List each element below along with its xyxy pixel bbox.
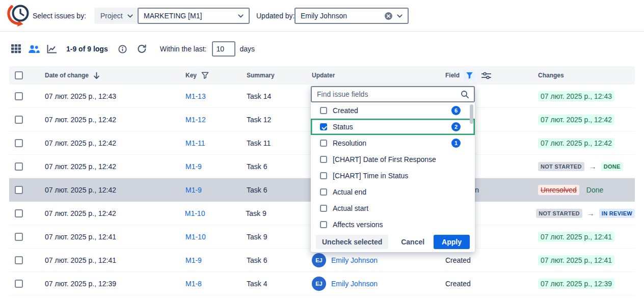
field-option[interactable]: [CHART] Time in Status	[311, 168, 475, 184]
issue-key-link[interactable]: M1-9	[185, 256, 202, 264]
field-option-label: Resolution	[333, 139, 446, 147]
field-option[interactable]: Created 6	[311, 102, 475, 119]
field-option-checkbox[interactable]	[320, 221, 327, 228]
row-summary: Task 6	[247, 162, 312, 171]
row-changes: 07 лют. 2025 р., 12:43	[538, 91, 635, 101]
change-arrow-icon: →	[589, 162, 597, 171]
key-column-header[interactable]: Key	[185, 72, 197, 79]
issue-key-link[interactable]: M1-11	[185, 139, 205, 147]
scrollbar-thumb[interactable]	[470, 104, 473, 124]
cancel-button[interactable]: Cancel	[397, 235, 428, 249]
updater-link[interactable]: Emily Johnson	[331, 280, 378, 288]
refresh-icon[interactable]	[136, 42, 149, 56]
issue-key-link[interactable]: M1-13	[185, 92, 206, 100]
avatar: EJ	[312, 277, 326, 291]
app-root: Select issues by: Project MARKETING [M1]…	[0, 0, 644, 301]
field-option-checkbox[interactable]	[320, 172, 327, 179]
chart-view-icon[interactable]	[45, 42, 58, 56]
table-view-icon[interactable]	[9, 42, 22, 56]
field-option[interactable]: Resolution 1	[311, 135, 475, 151]
field-option-checkbox[interactable]	[320, 107, 327, 114]
field-option[interactable]: Affects versions	[311, 216, 475, 233]
row-checkbox[interactable]	[15, 186, 23, 194]
issue-key-link[interactable]: M1-9	[185, 162, 202, 171]
row-date: 07 лют. 2025 р., 12:42	[45, 209, 185, 217]
row-date: 07 лют. 2025 р., 12:41	[45, 233, 185, 241]
row-checkbox[interactable]	[15, 280, 23, 288]
row-summary: Task 6	[247, 186, 312, 194]
row-changes: 07 лют. 2025 р., 12:41	[538, 232, 635, 242]
issue-key-link[interactable]: M1-10	[185, 209, 205, 217]
column-settings-icon[interactable]	[481, 72, 491, 79]
dropdown-footer: Uncheck selected Cancel Apply	[311, 233, 475, 252]
within-last-label: Within the last:	[160, 45, 207, 53]
field-option[interactable]: Status 2	[311, 119, 475, 135]
field-count-badge: 1	[451, 139, 461, 148]
changes-column-header[interactable]: Changes	[538, 72, 564, 79]
field-option-checkbox[interactable]	[320, 188, 327, 196]
days-input[interactable]	[212, 41, 235, 57]
issue-key-link[interactable]: M1-8	[185, 280, 202, 288]
change-date-value: 07 лют. 2025 р., 12:43	[538, 91, 614, 101]
field-count-badge: 6	[451, 106, 461, 115]
table-row[interactable]: 07 лют. 2025 р., 12:39 M1-8 Task 4 EJ Em…	[9, 272, 635, 295]
field-option-checkbox[interactable]	[320, 123, 327, 130]
clear-icon[interactable]	[384, 12, 393, 20]
row-checkbox[interactable]	[15, 233, 23, 241]
project-select[interactable]: MARKETING [M1]	[138, 8, 250, 24]
issue-key-link[interactable]: M1-9	[185, 186, 202, 194]
app-logo-icon	[7, 3, 30, 30]
select-all-checkbox[interactable]	[15, 71, 23, 79]
key-filter-icon[interactable]	[201, 72, 209, 79]
field-option-label: Actual start	[333, 204, 461, 212]
group-view-icon[interactable]	[27, 42, 40, 56]
summary-column-header[interactable]: Summary	[247, 72, 275, 79]
row-date: 07 лют. 2025 р., 12:43	[45, 92, 185, 100]
row-checkbox[interactable]	[15, 209, 23, 217]
field-option-label: Affects versions	[333, 221, 461, 229]
row-checkbox[interactable]	[15, 92, 23, 100]
row-checkbox[interactable]	[15, 139, 23, 147]
field-option-label: Actual end	[333, 188, 461, 196]
change-date-value: 07 лют. 2025 р., 12:41	[538, 232, 614, 242]
select-issues-by-label: Select issues by:	[33, 12, 86, 20]
field-search-input[interactable]	[311, 86, 475, 102]
field-option[interactable]: [CHART] Date of First Response	[311, 151, 475, 168]
updated-by-value: Emily Johnson	[301, 12, 380, 20]
field-column-header[interactable]: Field	[445, 72, 460, 79]
field-filter-dropdown: Created 6 Status 2 Resolution 1 [CHART] …	[311, 86, 475, 252]
field-option-checkbox[interactable]	[320, 156, 327, 163]
new-value: Done	[585, 185, 604, 195]
uncheck-selected-button[interactable]: Uncheck selected	[316, 235, 388, 249]
field-option[interactable]: Actual end	[311, 184, 475, 200]
project-select-value: MARKETING [M1]	[144, 12, 234, 20]
field-option[interactable]: Actual start	[311, 200, 475, 216]
field-filter-icon[interactable]	[464, 70, 475, 80]
row-checkbox[interactable]	[15, 116, 23, 124]
sort-desc-icon[interactable]	[93, 72, 100, 79]
field-option-checkbox[interactable]	[320, 205, 327, 212]
row-checkbox[interactable]	[15, 256, 23, 264]
row-date: 07 лют. 2025 р., 12:42	[45, 186, 185, 194]
issue-key-link[interactable]: M1-10	[185, 233, 206, 241]
row-field: Created	[445, 280, 538, 288]
select-by-value: Project	[100, 12, 123, 20]
info-icon[interactable]	[116, 42, 129, 56]
updated-by-select[interactable]: Emily Johnson	[294, 8, 409, 24]
apply-button[interactable]: Apply	[434, 235, 470, 249]
chevron-down-icon	[238, 14, 244, 18]
date-column-header[interactable]: Date of change	[45, 72, 89, 79]
change-date-value: 07 лют. 2025 р., 12:41	[538, 255, 614, 265]
row-date: 07 лют. 2025 р., 12:41	[45, 256, 185, 264]
change-date-value: 07 лют. 2025 р., 12:39	[538, 279, 614, 289]
updater-column-header[interactable]: Updater	[312, 72, 335, 79]
select-by-dropdown[interactable]: Project	[94, 8, 139, 24]
updater-link[interactable]: Emily Johnson	[331, 256, 378, 264]
row-checkbox[interactable]	[15, 162, 23, 171]
row-summary: Task 14	[247, 92, 312, 100]
view-switcher	[9, 42, 58, 56]
issue-key-link[interactable]: M1-12	[185, 116, 206, 124]
row-changes: NOT STARTED→IN REVIEW	[536, 209, 635, 218]
old-status-lozenge: NOT STARTED	[536, 209, 582, 218]
field-option-checkbox[interactable]	[320, 140, 327, 147]
